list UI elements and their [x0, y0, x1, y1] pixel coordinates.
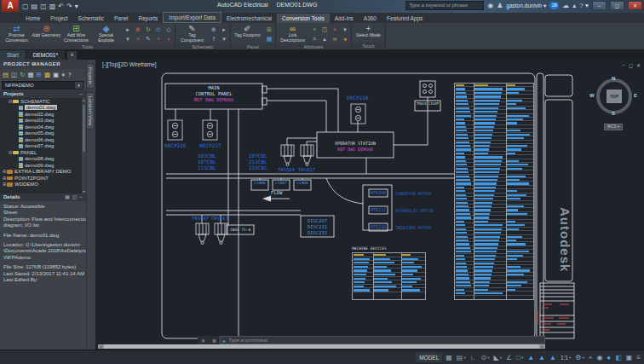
- project-dropdown[interactable]: NFPADEMO ▾: [2, 81, 83, 90]
- annotation-autoscale-icon[interactable]: ▲: [538, 354, 545, 361]
- close-button[interactable]: ✕: [628, 1, 642, 10]
- small-tool-icon[interactable]: ▪: [164, 34, 173, 43]
- small-tool-icon[interactable]: ⊕: [210, 25, 218, 34]
- ribbon-tab-a360[interactable]: A360: [359, 14, 382, 23]
- exchange-apps-icon[interactable]: ▴: [572, 2, 576, 9]
- tree-item-wddemo[interactable]: ⊞WDDEMO: [0, 182, 86, 188]
- viewcube-top-face[interactable]: TOP: [607, 90, 622, 103]
- projects-section-header[interactable]: Projects−: [0, 90, 86, 98]
- small-tool-icon[interactable]: ×: [331, 25, 339, 34]
- ribbon-tab-reports[interactable]: Reports: [134, 14, 164, 23]
- tree-item-panel[interactable]: ⊟PANEL: [0, 149, 86, 156]
- annotation-monitor-icon[interactable]: +: [589, 354, 593, 361]
- viewcube-west[interactable]: W: [589, 93, 595, 98]
- snap-mode-icon[interactable]: ▤▾: [457, 354, 466, 361]
- maximize-button[interactable]: ◻: [610, 1, 624, 10]
- pm-project-task-icon[interactable]: ▦: [27, 70, 33, 80]
- command-input[interactable]: ▸ Type a command: [220, 336, 545, 344]
- scale-value[interactable]: 1:1▾: [561, 355, 571, 361]
- tree-item-schematic[interactable]: ⊟SCHEMATIC: [0, 98, 86, 105]
- tree-item-demo03-dwg[interactable]: demo03.dwg: [0, 118, 86, 124]
- grid-display-icon[interactable]: ▦: [446, 354, 452, 361]
- new-drawing-tab-button[interactable]: +: [67, 51, 77, 60]
- pm-new-drawing-icon[interactable]: ⊞: [37, 70, 42, 80]
- small-tool-icon[interactable]: ×: [134, 34, 142, 43]
- small-tool-icon[interactable]: ▦: [265, 34, 273, 43]
- graphics-performance-icon[interactable]: ●: [607, 354, 611, 361]
- small-tool-icon[interactable]: ●: [341, 34, 349, 43]
- small-tool-icon[interactable]: ◇: [164, 25, 173, 34]
- small-tool-icon[interactable]: ▾: [220, 34, 228, 43]
- details-toggle-icon[interactable]: ◫: [72, 194, 78, 201]
- ribbon-button-add-wire-connections[interactable]: ⊞Add Wire Connections: [61, 24, 91, 43]
- units-icon[interactable]: ◉: [596, 354, 602, 361]
- file-tab-demo01[interactable]: DEMO01*: [26, 50, 65, 60]
- small-tool-icon[interactable]: ∞: [331, 34, 339, 43]
- help-search-input[interactable]: Type a keyword or phrase: [405, 1, 484, 10]
- ribbon-tab-panel[interactable]: Panel: [109, 14, 134, 23]
- tree-item-extra-library-demo[interactable]: ⊞EXTRA LIBRARY DEMO: [0, 169, 86, 176]
- qat-undo-icon[interactable]: ↶: [58, 1, 64, 12]
- pm-help-icon[interactable]: ?: [68, 70, 72, 80]
- viewcube-east[interactable]: E: [634, 93, 637, 98]
- qat-redo-icon[interactable]: ↷: [66, 1, 72, 12]
- object-snap-icon[interactable]: □▾: [516, 354, 523, 361]
- ribbon-button-link-descriptions[interactable]: ∞Link Descriptions: [278, 24, 308, 43]
- tree-item-demo08-dwg[interactable]: demo08.dwg: [0, 156, 86, 163]
- search-binoculars-icon[interactable]: ◉: [487, 2, 493, 9]
- ribbon-button-promise-conversion[interactable]: ⇄Promise Conversion: [2, 24, 32, 43]
- palette-tab-projects[interactable]: Projects: [87, 63, 95, 89]
- small-tool-icon[interactable]: ✎: [144, 34, 152, 43]
- small-tool-icon[interactable]: ▾: [124, 34, 132, 43]
- collapse-icon[interactable]: −: [79, 194, 83, 201]
- model-space-button[interactable]: MODEL: [416, 353, 442, 362]
- tree-item-demo06-dwg[interactable]: demo06.dwg: [0, 136, 86, 143]
- small-tool-icon[interactable]: ↻: [144, 25, 152, 34]
- autodesk-360-icon[interactable]: ☁: [562, 2, 569, 9]
- viewcube-north[interactable]: N: [612, 76, 615, 81]
- ribbon-button-tag-component[interactable]: ✎Tag Component: [177, 24, 207, 43]
- small-tool-icon[interactable]: ▾: [341, 25, 349, 34]
- viewcube[interactable]: N S W E TOP: [596, 78, 632, 114]
- small-tool-icon[interactable]: ▸: [124, 25, 132, 34]
- qat-plot-icon[interactable]: ▥: [49, 1, 56, 12]
- details-preview-icon[interactable]: ▤: [65, 194, 70, 201]
- fullscreen-icon[interactable]: ▣: [626, 354, 633, 361]
- small-tool-icon[interactable]: ▸: [220, 25, 228, 34]
- help-icon[interactable]: ? ▾: [579, 2, 589, 9]
- small-tool-icon[interactable]: ◫: [320, 25, 329, 34]
- customization-icon[interactable]: ≡: [636, 354, 641, 361]
- pm-publish-icon[interactable]: ▩: [44, 70, 50, 80]
- ribbon-tab-conversion-tools[interactable]: Conversion Tools: [277, 14, 330, 23]
- qat-new-icon[interactable]: ▢: [22, 1, 29, 12]
- tree-item-demo07-dwg[interactable]: demo07.dwg: [0, 143, 86, 150]
- isometric-drafting-icon[interactable]: ◣▾: [493, 354, 501, 361]
- polar-tracking-icon[interactable]: ⊙▾: [481, 354, 490, 361]
- ribbon-button-tag-footprint[interactable]: ✐Tag Footprint: [233, 24, 262, 38]
- ribbon-tab-electromechanical[interactable]: Electromechanical: [221, 14, 277, 23]
- signed-in-user[interactable]: gaston.dunivin ▾: [506, 3, 546, 9]
- drawing-minimize-icon[interactable]: ‒: [623, 62, 625, 68]
- small-tool-icon[interactable]: ⊞: [265, 25, 273, 34]
- small-tool-icon[interactable]: f: [210, 34, 218, 43]
- ribbon-tab-import-export-data[interactable]: Import/Export Data: [163, 12, 221, 23]
- workspace-switching-icon[interactable]: ⚙▾: [575, 354, 584, 361]
- application-menu-icon[interactable]: A: [2, 0, 19, 12]
- tree-item-demo02-dwg[interactable]: demo02.dwg: [0, 111, 86, 118]
- ribbon-tab-featured-apps[interactable]: Featured Apps: [382, 14, 428, 23]
- qat-open-icon[interactable]: ▤: [32, 1, 38, 12]
- details-section-header[interactable]: Details ▤◫−: [0, 194, 86, 201]
- ortho-mode-icon[interactable]: ∟: [470, 354, 477, 361]
- horizontal-scrollbar[interactable]: ◂ ▸: [98, 344, 545, 349]
- ribbon-tab-add-ins[interactable]: Add-ins: [330, 14, 359, 23]
- chevron-down-icon[interactable]: ▾: [75, 82, 83, 89]
- palette-tab-location-view[interactable]: Location View: [87, 92, 95, 130]
- tree-item-demo01-dwg[interactable]: demo01.dwg: [0, 105, 86, 112]
- tree-item-point2point[interactable]: ⊞POINT2POINT: [0, 175, 86, 182]
- qat-save-icon[interactable]: ◫: [40, 1, 47, 12]
- pm-refresh-icon[interactable]: ↻: [20, 70, 25, 80]
- qat-dropdown-icon[interactable]: ▾: [75, 1, 78, 12]
- minimize-button[interactable]: ‒: [592, 1, 607, 10]
- viewcube-south[interactable]: S: [612, 111, 615, 116]
- drawing-restore-icon[interactable]: ◻: [629, 62, 633, 68]
